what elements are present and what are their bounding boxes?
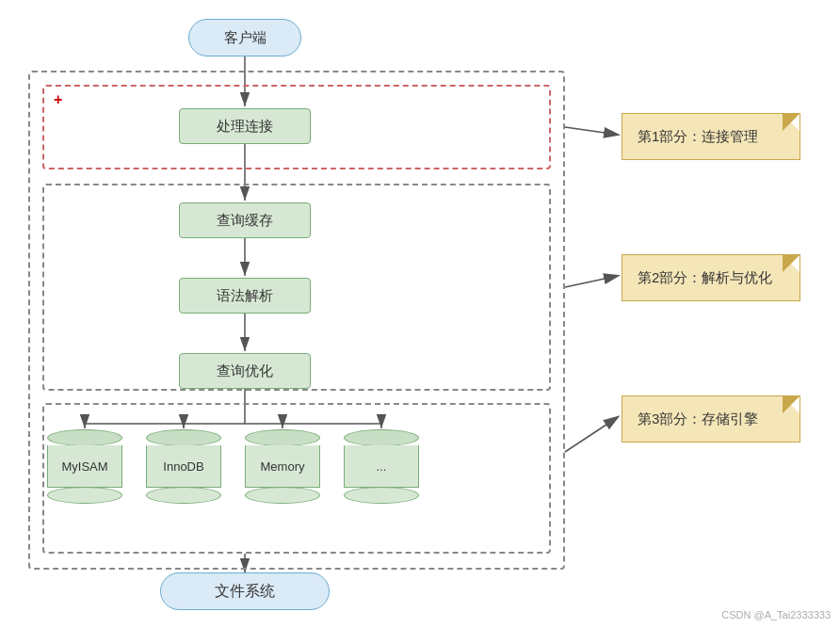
cyl-body: MyISAM — [47, 445, 122, 488]
cyl-bottom — [245, 487, 320, 504]
cyl-bottom — [344, 487, 419, 504]
myisam-cylinder: MyISAM — [47, 428, 122, 505]
cyl-bottom — [47, 487, 122, 504]
memory-label: Memory — [261, 459, 305, 474]
query-cache-label: 查询缓存 — [217, 212, 273, 230]
optimizer-box: 查询优化 — [179, 353, 311, 389]
plus-icon: + — [54, 91, 62, 108]
innodb-label: InnoDB — [163, 459, 203, 474]
note1-box: 第1部分：连接管理 — [622, 113, 800, 160]
dots-cylinder: ... — [344, 428, 419, 505]
syntax-label: 语法解析 — [217, 287, 273, 305]
cyl-top — [146, 429, 221, 446]
svg-line-15 — [565, 417, 618, 452]
cyl-top — [245, 429, 320, 446]
cyl-body: Memory — [245, 445, 320, 488]
note2-box: 第2部分：解析与优化 — [622, 254, 800, 301]
filesystem-label: 文件系统 — [215, 582, 275, 602]
svg-line-14 — [565, 276, 618, 287]
myisam-label: MyISAM — [61, 459, 107, 474]
innodb-cylinder: InnoDB — [146, 428, 221, 505]
note2-label: 第2部分：解析与优化 — [638, 269, 772, 287]
note1-label: 第1部分：连接管理 — [638, 128, 758, 146]
handle-connection-box: 处理连接 — [179, 108, 311, 144]
svg-line-13 — [565, 127, 618, 135]
optimizer-label: 查询优化 — [217, 362, 273, 380]
syntax-box: 语法解析 — [179, 278, 311, 314]
note3-label: 第3部分：存储引擎 — [638, 411, 758, 428]
memory-cylinder: Memory — [245, 428, 320, 505]
cyl-body: ... — [344, 445, 419, 488]
cyl-bottom — [146, 487, 221, 504]
client-label: 客户端 — [224, 29, 267, 47]
note3-box: 第3部分：存储引擎 — [622, 395, 800, 443]
cyl-top — [344, 429, 419, 446]
filesystem-box: 文件系统 — [160, 572, 330, 610]
watermark: CSDN @A_Tai2333333 — [721, 609, 831, 620]
query-cache-box: 查询缓存 — [179, 202, 311, 238]
diagram-container: 客户端 + 处理连接 查询缓存 语法解析 查询优化 MyISAM InnoDB — [0, 0, 840, 628]
connection-label: 处理连接 — [217, 118, 273, 136]
dots-label: ... — [377, 459, 387, 474]
cyl-top — [47, 429, 122, 446]
client-box: 客户端 — [188, 19, 301, 56]
cyl-body: InnoDB — [146, 445, 221, 488]
